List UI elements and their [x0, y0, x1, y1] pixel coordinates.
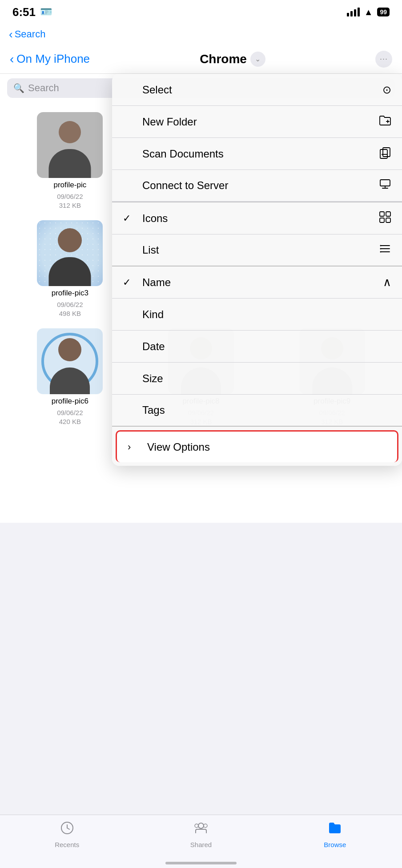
dropdown-item-select[interactable]: Select ⊙: [112, 74, 402, 106]
home-indicator: [165, 862, 237, 864]
svg-rect-5: [380, 180, 390, 186]
svg-point-16: [380, 248, 382, 250]
scan-documents-label: Scan Documents: [142, 148, 224, 160]
date-label: Date: [142, 340, 165, 353]
chevron-left-icon: ‹: [10, 52, 14, 66]
new-folder-label: New Folder: [142, 116, 197, 128]
nav-title-area: Chrome ⌄: [200, 52, 265, 67]
on-my-iphone-label[interactable]: On My iPhone: [16, 52, 90, 66]
back-button[interactable]: ‹ Search: [9, 28, 45, 41]
title-chevron-button[interactable]: ⌄: [250, 52, 265, 67]
scan-icon: [379, 146, 391, 161]
dropdown-item-date[interactable]: Date: [112, 331, 402, 363]
dropdown-item-size[interactable]: Size: [112, 363, 402, 395]
search-icon: 🔍: [13, 83, 24, 93]
dropdown-item-kind[interactable]: Kind: [112, 299, 402, 331]
svg-rect-3: [383, 148, 390, 157]
file-thumbnail: [37, 220, 103, 286]
svg-point-22: [204, 824, 207, 828]
svg-point-21: [198, 823, 204, 828]
signal-icon: [347, 8, 360, 16]
size-label: Size: [142, 372, 163, 385]
recents-label: Recents: [55, 841, 79, 848]
svg-line-20: [67, 828, 69, 829]
browse-label: Browse: [324, 841, 346, 848]
svg-point-15: [380, 245, 382, 246]
nav-bar: ‹ On My iPhone Chrome ⌄ ···: [0, 44, 402, 74]
name-sort-icon: ∧: [383, 275, 391, 289]
more-options-button[interactable]: ···: [375, 51, 392, 68]
on-my-iphone-back-button[interactable]: ‹: [10, 52, 14, 66]
file-meta: 09/06/22498 KB: [57, 300, 83, 318]
kind-label: Kind: [142, 308, 164, 321]
dropdown-menu: Select ⊙ New Folder Scan Documents: [112, 74, 402, 466]
checkmark-name: ✓: [123, 277, 135, 288]
dropdown-item-icons[interactable]: ✓ Icons: [112, 202, 402, 234]
battery-indicator: 99: [377, 8, 390, 16]
status-time: 6:51: [12, 5, 36, 19]
name-label: Name: [142, 276, 171, 289]
file-name: profile-pic6: [52, 397, 88, 406]
dropdown-item-tags[interactable]: Tags: [112, 395, 402, 427]
svg-rect-2: [380, 149, 387, 158]
dropdown-item-name[interactable]: ✓ Name ∧: [112, 266, 402, 299]
new-folder-icon: [379, 115, 391, 129]
svg-rect-11: [386, 218, 390, 222]
dropdown-item-connect-to-server[interactable]: Connect to Server: [112, 170, 402, 202]
icons-label: Icons: [142, 212, 168, 225]
back-arrow-icon: ‹: [9, 28, 13, 41]
file-meta: 09/06/22420 KB: [57, 408, 83, 426]
recents-icon: [60, 820, 75, 839]
connect-to-server-label: Connect to Server: [142, 179, 228, 192]
dropdown-item-list[interactable]: List: [112, 234, 402, 266]
checkmark-icons: ✓: [123, 213, 135, 224]
id-icon: 🪪: [40, 6, 52, 18]
dropdown-item-new-folder[interactable]: New Folder: [112, 106, 402, 138]
svg-rect-9: [386, 212, 390, 216]
icons-view-icon: [379, 211, 391, 226]
tab-shared[interactable]: Shared: [134, 820, 268, 848]
ellipsis-icon: ···: [380, 54, 388, 64]
status-icons: ▲ 99: [347, 7, 390, 17]
server-icon: [379, 178, 391, 193]
file-name: profile-pic: [53, 181, 86, 190]
search-label: Search: [15, 28, 46, 40]
select-icon: ⊙: [382, 84, 391, 96]
view-options-arrow: ›: [128, 441, 140, 453]
view-options-label: View Options: [147, 441, 210, 453]
dropdown-item-scan-documents[interactable]: Scan Documents: [112, 138, 402, 170]
nav-left: ‹ On My iPhone: [10, 52, 90, 66]
tags-label: Tags: [142, 404, 165, 416]
file-name: profile-pic3: [52, 289, 88, 298]
chevron-down-icon: ⌄: [255, 55, 261, 63]
svg-point-23: [195, 824, 198, 828]
svg-rect-10: [380, 218, 384, 222]
tab-browse[interactable]: Browse: [268, 820, 402, 848]
tab-bar: Recents Shared Browse: [0, 815, 402, 868]
tab-recents[interactable]: Recents: [0, 820, 134, 848]
list-label: List: [142, 244, 159, 256]
file-thumbnail: [37, 328, 103, 394]
shared-label: Shared: [190, 841, 212, 848]
search-placeholder: Search: [28, 82, 59, 94]
status-bar: 6:51 🪪 ▲ 99: [0, 0, 402, 24]
wifi-icon: ▲: [364, 7, 373, 17]
shared-icon: [193, 820, 209, 839]
dropdown-item-view-options[interactable]: › View Options: [116, 430, 398, 462]
svg-point-17: [380, 251, 382, 253]
list-view-icon: [379, 243, 391, 257]
file-meta: 09/06/22312 KB: [57, 192, 83, 210]
back-nav: ‹ Search: [0, 24, 402, 44]
select-label: Select: [142, 84, 172, 96]
browse-icon: [327, 820, 342, 839]
file-thumbnail: [37, 112, 103, 178]
svg-rect-8: [380, 212, 384, 216]
nav-title: Chrome: [200, 52, 247, 66]
view-options-wrapper: › View Options: [112, 427, 402, 466]
